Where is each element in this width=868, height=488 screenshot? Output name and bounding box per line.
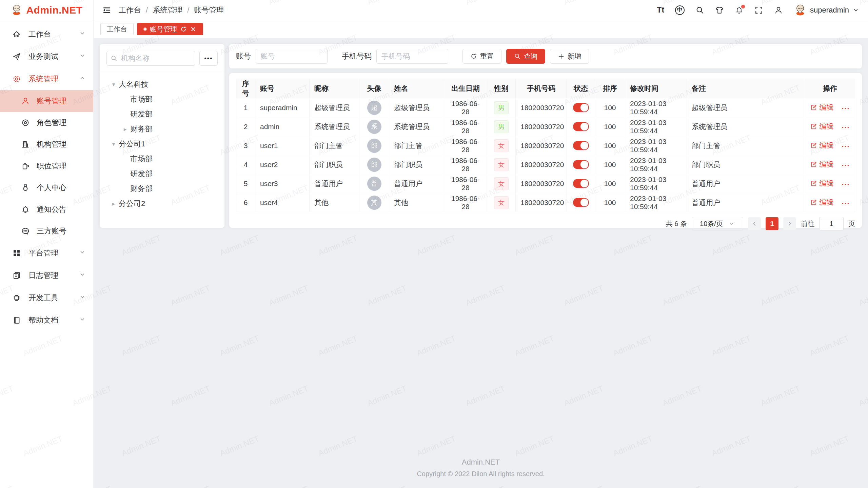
reset-button[interactable]: 重置 bbox=[462, 49, 501, 64]
tree-node[interactable]: 分公司1 bbox=[106, 137, 218, 151]
cell-name: 部门职员 bbox=[389, 155, 444, 174]
phone-input[interactable] bbox=[376, 49, 448, 64]
status-toggle[interactable] bbox=[573, 198, 589, 207]
org-search-input[interactable] bbox=[106, 51, 195, 66]
briefcase-icon bbox=[21, 162, 30, 170]
theme-shirt-icon[interactable] bbox=[715, 6, 724, 15]
breadcrumb-item[interactable]: 账号管理 bbox=[194, 5, 224, 15]
tree-more-button[interactable]: ••• bbox=[199, 51, 218, 66]
caret-down-icon[interactable] bbox=[108, 141, 119, 148]
tree-node[interactable]: 财务部 bbox=[106, 122, 218, 137]
sidebar-item-role[interactable]: 角色管理 bbox=[0, 112, 93, 134]
current-page[interactable]: 1 bbox=[766, 217, 778, 230]
table-row[interactable]: 2 admin 系统管理员 系 系统管理员 1986-06-28 男 18020… bbox=[236, 117, 855, 136]
user-outline-icon[interactable] bbox=[774, 6, 783, 15]
sidebar-item-notice[interactable]: 通知公告 bbox=[0, 199, 93, 220]
sidebar-item-label: 系统管理 bbox=[28, 74, 58, 84]
edit-button[interactable]: 编辑 bbox=[810, 141, 834, 150]
query-button[interactable]: 查询 bbox=[506, 49, 545, 64]
logo[interactable]: Admin.NET bbox=[0, 0, 93, 20]
cell-remark: 部门主管 bbox=[687, 136, 805, 155]
plus-icon bbox=[558, 53, 565, 60]
notification-bell-icon[interactable] bbox=[735, 6, 744, 15]
add-button[interactable]: 新增 bbox=[550, 49, 589, 64]
row-more-button[interactable]: ··· bbox=[842, 123, 850, 131]
sidebar-item-system-management[interactable]: 系统管理 bbox=[0, 68, 93, 90]
tree-node[interactable]: 研发部 bbox=[106, 107, 218, 122]
language-icon[interactable]: 中 bbox=[675, 5, 685, 15]
tree-node[interactable]: 市场部 bbox=[106, 151, 218, 166]
cell-nickname: 普通用户 bbox=[310, 174, 359, 193]
account-input[interactable] bbox=[256, 49, 328, 64]
status-toggle[interactable] bbox=[573, 103, 589, 112]
tree-node[interactable]: 市场部 bbox=[106, 92, 218, 107]
cell-name: 普通用户 bbox=[389, 174, 444, 193]
refresh-icon[interactable] bbox=[180, 26, 187, 33]
sidebar-item-label: 平台管理 bbox=[28, 248, 58, 258]
sidebar-item-label: 日志管理 bbox=[28, 270, 58, 281]
page-size-select[interactable]: 10条/页 bbox=[692, 217, 743, 230]
font-size-icon[interactable]: Tt bbox=[657, 5, 664, 15]
tab-workbench[interactable]: 工作台 bbox=[100, 23, 134, 35]
cell-account: user3 bbox=[255, 174, 310, 193]
caret-right-icon[interactable] bbox=[120, 126, 130, 133]
status-toggle[interactable] bbox=[573, 122, 589, 131]
chevron-down-icon bbox=[79, 249, 86, 258]
sidebar-item-account[interactable]: 账号管理 bbox=[0, 90, 93, 112]
prev-page-button[interactable] bbox=[748, 217, 761, 230]
cell-birthdate: 1986-06-28 bbox=[444, 193, 487, 212]
edit-button[interactable]: 编辑 bbox=[810, 103, 834, 112]
row-more-button[interactable]: ··· bbox=[842, 199, 850, 207]
edit-button[interactable]: 编辑 bbox=[810, 122, 834, 131]
tree-node[interactable]: 财务部 bbox=[106, 181, 218, 196]
row-more-button[interactable]: ··· bbox=[842, 180, 850, 188]
menu-fold-icon[interactable] bbox=[102, 6, 111, 15]
sidebar-item-profile[interactable]: 个人中心 bbox=[0, 177, 93, 199]
sidebar-item-logs[interactable]: 日志管理 bbox=[0, 264, 93, 287]
tree-node[interactable]: 分公司2 bbox=[106, 196, 218, 211]
sidebar-item-org[interactable]: 机构管理 bbox=[0, 134, 93, 155]
cell-sort: 100 bbox=[595, 136, 625, 155]
status-toggle[interactable] bbox=[573, 141, 589, 150]
tree-node[interactable]: 大名科技 bbox=[106, 77, 218, 92]
table-row[interactable]: 1 superadmin 超级管理员 超 超级管理员 1986-06-28 男 … bbox=[236, 98, 855, 117]
table-row[interactable]: 3 user1 部门主管 部 部门主管 1986-06-28 女 1802003… bbox=[236, 136, 855, 155]
sidebar-item-business-test[interactable]: 业务测试 bbox=[0, 45, 93, 68]
search-icon[interactable] bbox=[695, 6, 704, 15]
sidebar-item-workbench[interactable]: 工作台 bbox=[0, 23, 93, 45]
cell-modified-time: 2023-01-03 10:59:44 bbox=[625, 193, 687, 212]
row-more-button[interactable]: ··· bbox=[842, 142, 850, 150]
breadcrumb: 工作台 / 系统管理 / 账号管理 bbox=[119, 5, 224, 15]
table-row[interactable]: 5 user3 普通用户 普 普通用户 1986-06-28 女 1802003… bbox=[236, 174, 855, 193]
caret-down-icon[interactable] bbox=[108, 81, 119, 88]
table-row[interactable]: 4 user2 部门职员 部 部门职员 1986-06-28 女 1802003… bbox=[236, 155, 855, 174]
sidebar-item-position[interactable]: 职位管理 bbox=[0, 155, 93, 177]
close-icon[interactable] bbox=[190, 26, 197, 33]
breadcrumb-item[interactable]: 工作台 bbox=[119, 5, 141, 15]
user-menu[interactable]: superadmin bbox=[794, 3, 859, 17]
status-toggle[interactable] bbox=[573, 179, 589, 188]
goto-page-input[interactable] bbox=[819, 217, 844, 230]
next-page-button[interactable] bbox=[783, 217, 796, 230]
sidebar-item-help[interactable]: 帮助文档 bbox=[0, 309, 93, 331]
edit-button[interactable]: 编辑 bbox=[810, 179, 834, 188]
cell-nickname: 系统管理员 bbox=[310, 117, 359, 136]
sidebar-item-platform[interactable]: 平台管理 bbox=[0, 242, 93, 264]
edit-button[interactable]: 编辑 bbox=[810, 198, 834, 207]
tree-node[interactable]: 研发部 bbox=[106, 166, 218, 181]
table-row[interactable]: 6 user4 其他 其 其他 1986-06-28 女 18020030720… bbox=[236, 193, 855, 212]
breadcrumb-item[interactable]: 系统管理 bbox=[153, 5, 182, 15]
chevron-down-icon bbox=[79, 271, 86, 280]
tab-account-management[interactable]: 账号管理 bbox=[137, 23, 203, 35]
sidebar-item-thirdparty[interactable]: 三方账号 bbox=[0, 220, 93, 242]
edit-button[interactable]: 编辑 bbox=[810, 160, 834, 169]
caret-right-icon[interactable] bbox=[108, 200, 119, 207]
cell-account: user4 bbox=[255, 193, 310, 212]
sidebar-item-devtools[interactable]: 开发工具 bbox=[0, 287, 93, 309]
fullscreen-icon[interactable] bbox=[754, 6, 763, 15]
row-more-button[interactable]: ··· bbox=[842, 161, 850, 169]
home-icon bbox=[12, 30, 21, 39]
row-more-button[interactable]: ··· bbox=[842, 104, 850, 112]
chevron-down-icon bbox=[728, 220, 735, 227]
status-toggle[interactable] bbox=[573, 160, 589, 169]
